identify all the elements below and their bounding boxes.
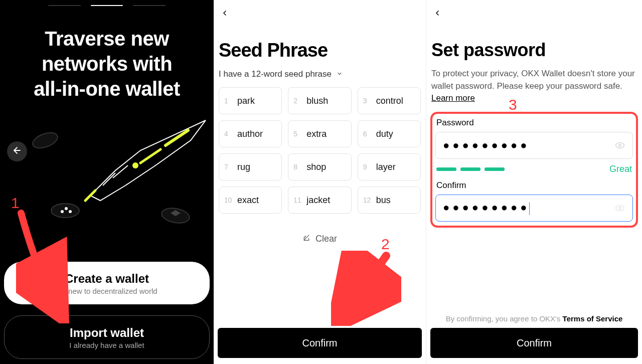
seed-word-index: 6 [363, 130, 371, 138]
seed-word-input[interactable]: 4author [219, 120, 282, 147]
back-button[interactable] [218, 0, 422, 23]
svg-point-1 [31, 130, 60, 151]
create-wallet-title: Create a wallet [9, 272, 205, 286]
password-form-highlight: Password ●●●●●●●●● Great Confirm ●●●●●●●… [430, 112, 638, 228]
seed-word-index: 7 [224, 163, 232, 171]
seed-word-value: blush [306, 96, 328, 106]
svg-point-7 [132, 162, 138, 168]
seed-word-value: bus [376, 195, 391, 206]
create-wallet-button[interactable]: Create a wallet I'm new to decentralized… [4, 262, 210, 304]
confirm-label: Confirm [435, 179, 633, 195]
seed-word-value: park [237, 96, 255, 106]
seed-word-value: author [237, 129, 263, 139]
seed-word-index: 12 [363, 196, 371, 204]
seed-word-value: shop [306, 162, 326, 172]
seed-word-index: 3 [363, 97, 371, 105]
text-caret [529, 202, 530, 215]
confirm-label: Confirm [302, 337, 337, 349]
svg-point-2 [51, 204, 79, 218]
seed-word-index: 10 [224, 196, 232, 204]
hero-illustration [15, 115, 206, 236]
seed-word-input[interactable]: 5extra [288, 120, 351, 147]
create-wallet-subtitle: I'm new to decentralized world [9, 287, 205, 295]
svg-point-10 [616, 205, 624, 211]
import-wallet-subtitle: I already have a wallet [10, 341, 204, 349]
arrow-left-icon [12, 145, 22, 158]
import-wallet-button[interactable]: Import wallet I already have a wallet [4, 315, 210, 359]
set-password-description: To protect your privacy, OKX Wallet does… [430, 65, 638, 105]
seed-phrase-title: Seed Phrase [218, 23, 422, 66]
password-value: ●●●●●●●●● [443, 139, 530, 152]
seed-word-index: 4 [224, 130, 232, 138]
intro-title-line1: Traverse new networks with all-in-one wa… [34, 28, 180, 100]
seed-word-input[interactable]: 7rug [219, 153, 282, 180]
import-wallet-title: Import wallet [10, 326, 204, 340]
svg-point-6 [160, 206, 191, 225]
svg-point-3 [65, 207, 68, 210]
back-button[interactable] [7, 141, 27, 161]
seed-word-input[interactable]: 10exact [219, 187, 282, 214]
intro-title: Traverse new networks with all-in-one wa… [0, 6, 214, 101]
confirm-password-input[interactable]: ●●●●●●●●● [435, 195, 633, 222]
password-label: Password [435, 117, 633, 132]
strength-bar [485, 167, 505, 171]
terms-text: By confirming, you agree to OKX's Terms … [426, 314, 642, 323]
word-count-label: I have a 12-word seed phrase [219, 69, 332, 79]
seed-word-input[interactable]: 3control [358, 87, 421, 114]
svg-point-8 [616, 142, 624, 148]
chevron-left-icon [221, 7, 229, 22]
seed-word-input[interactable]: 8shop [288, 153, 351, 180]
pager-dashes [0, 0, 214, 6]
seed-word-index: 9 [363, 163, 371, 171]
strength-bars [436, 167, 505, 171]
password-input[interactable]: ●●●●●●●●● [435, 132, 633, 159]
password-strength: Great [435, 159, 633, 179]
confirm-label: Confirm [517, 337, 552, 349]
chevron-left-icon [433, 7, 441, 22]
seed-word-index: 5 [293, 130, 301, 138]
svg-point-9 [619, 144, 621, 147]
seed-word-value: control [376, 96, 403, 106]
seed-word-index: 2 [293, 97, 301, 105]
seed-word-input[interactable]: 11jacket [288, 187, 351, 214]
strength-bar [460, 167, 480, 171]
seed-word-input[interactable]: 2blush [288, 87, 351, 114]
confirm-button[interactable]: Confirm [218, 328, 422, 358]
clear-button[interactable]: Clear [218, 214, 422, 244]
seed-word-value: layer [376, 162, 396, 172]
eye-icon[interactable] [614, 140, 625, 151]
set-password-title: Set password [430, 23, 638, 65]
seed-word-value: duty [376, 129, 393, 139]
seed-word-input[interactable]: 1park [219, 87, 282, 114]
back-button[interactable] [430, 0, 638, 23]
confirm-value: ●●●●●●●●● [443, 201, 530, 214]
confirm-button[interactable]: Confirm [430, 328, 638, 358]
seed-word-value: extra [306, 129, 327, 139]
seed-word-input[interactable]: 12bus [358, 187, 421, 214]
strength-label: Great [609, 164, 632, 174]
seed-word-value: jacket [306, 195, 330, 206]
terms-prefix: By confirming, you agree to OKX's [446, 314, 563, 323]
seed-word-index: 8 [293, 163, 301, 171]
seed-word-index: 1 [224, 97, 232, 105]
chevron-down-icon [337, 71, 343, 78]
set-password-panel: Set password To protect your privacy, OK… [426, 0, 642, 364]
svg-point-5 [69, 210, 72, 213]
svg-point-4 [61, 210, 64, 213]
seed-word-index: 11 [293, 196, 301, 204]
word-count-selector[interactable]: I have a 12-word seed phrase [218, 66, 422, 87]
seed-word-value: rug [237, 162, 250, 172]
strength-bar [436, 167, 456, 171]
seed-grid: 1park2blush3control4author5extra6duty7ru… [218, 87, 422, 214]
seed-word-value: exact [237, 195, 259, 206]
intro-panel: Traverse new networks with all-in-one wa… [0, 0, 214, 364]
seed-word-input[interactable]: 6duty [358, 120, 421, 147]
eye-icon[interactable] [614, 203, 625, 214]
learn-more-link[interactable]: Learn more [431, 93, 475, 103]
seed-phrase-panel: Seed Phrase I have a 12-word seed phrase… [214, 0, 426, 364]
terms-of-service-link[interactable]: Terms of Service [563, 314, 623, 323]
svg-point-11 [619, 207, 621, 210]
set-password-description-text: To protect your privacy, OKX Wallet does… [431, 69, 635, 91]
seed-word-input[interactable]: 9layer [358, 153, 421, 180]
clear-icon [302, 234, 310, 244]
